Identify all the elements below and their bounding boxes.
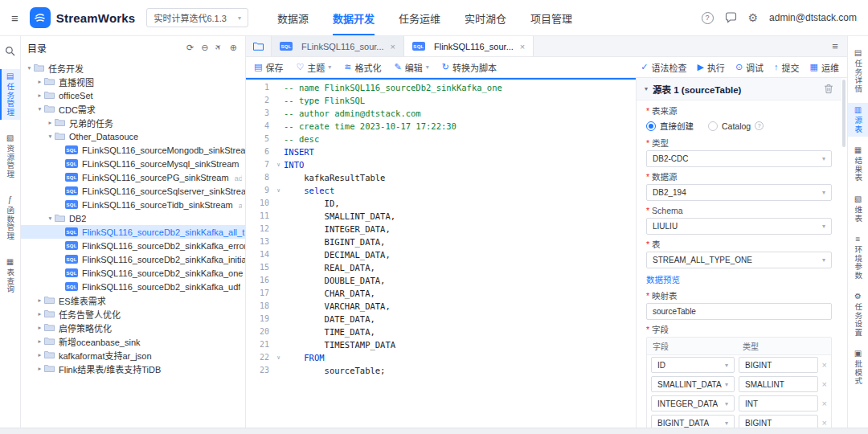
select-表[interactable]: STREAM_ALL_TYPE_ONE▾ bbox=[646, 252, 832, 268]
gutter-space bbox=[273, 274, 284, 287]
tree-task-FLinkSQL116_sourceSqlserver_sinkStream[interactable]: SQLFLinkSQL116_sourceSqlserver_sinkStrea… bbox=[21, 184, 245, 198]
right-strip-维表[interactable]: ▧维表 bbox=[848, 192, 868, 226]
close-tab-icon[interactable]: × bbox=[391, 42, 395, 51]
toolbar-check-button[interactable]: ✓语法检查 bbox=[641, 61, 686, 74]
tree-folder-任务告警人优化[interactable]: ▸任务告警人优化 bbox=[21, 307, 245, 321]
tree-folder-officeSet[interactable]: ▸officeSet bbox=[21, 88, 245, 102]
tree-folder-启停策略优化[interactable]: ▸启停策略优化 bbox=[21, 321, 245, 334]
tree-task-FlinkSQL116_sourceDb2_sinkKafka_udf[interactable]: SQLFlinkSQL116_sourceDb2_sinkKafka_udfad… bbox=[21, 280, 245, 293]
right-strip-结果表[interactable]: ▦结果表 bbox=[848, 143, 868, 186]
tree-task-FLinkSQL116_sourcePG_sinkStream[interactable]: SQLFLinkSQL116_sourcePG_sinkStreamadmin@… bbox=[21, 170, 245, 184]
tree-task-FLinkSQL116_sourceMysql_sinkStream[interactable]: SQLFLinkSQL116_sourceMysql_sinkStreamadm… bbox=[21, 157, 245, 170]
right-strip-环境参数[interactable]: ≡环境参数 bbox=[848, 232, 868, 283]
radio-Catalog[interactable]: Catalog? bbox=[708, 121, 764, 131]
right-strip-批模式[interactable]: ▣批模式 bbox=[848, 346, 868, 389]
tree-folder-CDC需求[interactable]: ▾CDC需求 bbox=[21, 102, 245, 116]
toolbar-theme-button[interactable]: ♡主题▾ bbox=[296, 61, 331, 74]
tree-folder-DB2[interactable]: ▾DB2 bbox=[21, 211, 245, 225]
toolbar-debug-button[interactable]: ⊙调试 bbox=[735, 61, 764, 74]
refresh-icon[interactable]: ⟳ bbox=[186, 43, 194, 52]
nav-数据源[interactable]: 数据源 bbox=[277, 0, 309, 35]
radio-直接创建[interactable]: 直接创建 bbox=[646, 120, 694, 132]
editor-tab[interactable]: SQLFlinkSQL116_sour...× bbox=[404, 36, 534, 56]
left-strip-资源管理[interactable]: ▧资源管理 bbox=[0, 131, 20, 182]
locate-icon[interactable]: ✈ bbox=[214, 42, 224, 53]
tree-folder-新增oceanbase_sink[interactable]: ▸新增oceanbase_sink bbox=[21, 334, 245, 348]
select-Schema[interactable]: LIULIU▾ bbox=[646, 218, 832, 235]
right-strip-任务详情[interactable]: ▤任务详情 bbox=[848, 46, 868, 96]
nav-数据开发[interactable]: 数据开发 bbox=[333, 0, 375, 35]
fold-icon[interactable]: ∨ bbox=[273, 351, 284, 364]
field-name-select[interactable]: BIGINT_DATA▾ bbox=[651, 415, 735, 428]
tree-folder-兄弟的任务[interactable]: ▸兄弟的任务 bbox=[21, 116, 245, 129]
config-scrollbar[interactable] bbox=[841, 78, 847, 428]
tree-task-FLinkSQL116_sourceTidb_sinkStream[interactable]: SQLFLinkSQL116_sourceTidb_sinkStreamadmi… bbox=[21, 198, 245, 211]
tree-task-FlinkSQL116_sourceDb2_sinkKafka_error[interactable]: SQLFlinkSQL116_sourceDb2_sinkKafka_error… bbox=[21, 239, 245, 252]
field-name-select[interactable]: SMALLINT_DATA▾ bbox=[651, 376, 735, 392]
remove-field-icon[interactable]: × bbox=[822, 360, 827, 370]
tab-list-icon[interactable]: ≡ bbox=[823, 36, 847, 56]
tree-folder-Flink结果表/维表支持TiDB[interactable]: ▸Flink结果表/维表支持TiDB bbox=[21, 362, 245, 375]
close-tab-icon[interactable]: × bbox=[520, 42, 525, 51]
field-type-input[interactable]: BIGINT bbox=[739, 357, 818, 373]
hamburger-menu-icon[interactable]: ≡ bbox=[11, 11, 18, 25]
code-text: kafkaResultTable bbox=[284, 171, 385, 184]
collapse-all-icon[interactable]: ⊖ bbox=[201, 43, 208, 52]
nav-项目管理[interactable]: 项目管理 bbox=[530, 0, 572, 35]
tree-folder-Other_Datasouce[interactable]: ▾Other_Datasouce bbox=[21, 129, 245, 143]
right-strip-源表[interactable]: ▥源表 bbox=[848, 103, 868, 137]
select-类型[interactable]: DB2-CDC▾ bbox=[646, 150, 832, 167]
toolbar-save-button[interactable]: ▤保存 bbox=[254, 61, 283, 74]
tree-task-FlinkSQL116_sourceDb2_sinkKafka_initial[interactable]: SQLFlinkSQL116_sourceDb2_sinkKafka_initi… bbox=[21, 252, 245, 266]
select-value: SMALLINT_DATA bbox=[657, 380, 722, 389]
catalog-toggle-icon[interactable] bbox=[246, 36, 272, 56]
nav-任务运维[interactable]: 任务运维 bbox=[399, 0, 440, 35]
field-type-input[interactable]: SMALLINT bbox=[739, 376, 818, 392]
left-strip-函数管理[interactable]: ƒ函数管理 bbox=[0, 193, 20, 244]
field-type-input[interactable]: BIGINT bbox=[739, 415, 818, 428]
folder-icon bbox=[44, 337, 55, 346]
toolbar-run-button[interactable]: ▶执行 bbox=[697, 61, 724, 74]
toolbar-ops-button[interactable]: ▦运维 bbox=[810, 61, 839, 74]
toolbar-script-button[interactable]: ↻转换为脚本 bbox=[442, 61, 497, 74]
add-icon[interactable]: ⊕ bbox=[230, 43, 237, 52]
editor-tab[interactable]: SQLFLinkSQL116_sour...× bbox=[272, 36, 404, 56]
help-icon[interactable]: ? bbox=[702, 12, 714, 24]
settings-gear-icon[interactable]: ⚙ bbox=[748, 12, 759, 23]
tree-task-FlinkSQL116_sourceDb2_sinkKafka_one[interactable]: SQLFlinkSQL116_sourceDb2_sinkKafka_onead… bbox=[21, 266, 245, 280]
tree-task-FlinkSQL116_sourceDb2_sinkKafka_all_type[interactable]: SQLFlinkSQL116_sourceDb2_sinkKafka_all_t… bbox=[21, 225, 245, 239]
left-strip-表查询[interactable]: ▦表查询 bbox=[0, 255, 20, 297]
mapping-table-input[interactable]: sourceTable bbox=[646, 303, 832, 320]
right-strip-任务设置[interactable]: ⚙任务设置 bbox=[848, 289, 868, 340]
field-name-select[interactable]: INTEGER_DATA▾ bbox=[651, 395, 735, 411]
task-tree: ▾任务开发▸直播视图▸officeSet▾CDC需求▸兄弟的任务▾Other_D… bbox=[21, 59, 245, 428]
left-strip-search[interactable] bbox=[0, 44, 20, 58]
field-type-input[interactable]: INT bbox=[739, 395, 818, 411]
required-asterisk: * bbox=[646, 172, 649, 182]
project-version-select[interactable]: 实时计算迭代6.1.3 ▾ bbox=[146, 8, 248, 27]
message-icon[interactable] bbox=[725, 12, 737, 23]
select-数据源[interactable]: DB2_194▾ bbox=[646, 184, 832, 201]
nav-实时湖仓[interactable]: 实时湖仓 bbox=[465, 0, 506, 35]
tree-folder-ES维表需求[interactable]: ▸ES维表需求 bbox=[21, 293, 245, 307]
remove-field-icon[interactable]: × bbox=[822, 379, 827, 389]
fold-icon[interactable]: ∨ bbox=[273, 158, 284, 171]
field-name-select[interactable]: ID▾ bbox=[651, 357, 735, 373]
delete-source-table-icon[interactable] bbox=[824, 84, 833, 94]
toolbar-format-button[interactable]: ≋格式化 bbox=[344, 61, 381, 74]
tree-task-FLinkSQL116_sourceMongodb_sinkStream[interactable]: SQLFLinkSQL116_sourceMongodb_sinkStreama… bbox=[21, 143, 245, 157]
sql-code-editor[interactable]: 1-- name FlinkSQL116_sourceDb2_sinkKafka… bbox=[246, 78, 636, 428]
remove-field-icon[interactable]: × bbox=[822, 418, 827, 428]
collapse-caret-icon[interactable]: ▾ bbox=[645, 85, 648, 92]
fold-icon[interactable]: ∨ bbox=[273, 184, 284, 197]
remove-field-icon[interactable]: × bbox=[822, 399, 827, 408]
toolbar-edit-button[interactable]: ✎编辑▾ bbox=[395, 61, 429, 74]
scrollbar-thumb[interactable] bbox=[842, 80, 845, 147]
tree-folder-直播视图[interactable]: ▸直播视图 bbox=[21, 75, 245, 88]
user-account[interactable]: admin@dtstack.com bbox=[769, 12, 857, 23]
tree-folder-任务开发[interactable]: ▾任务开发 bbox=[21, 61, 245, 75]
data-preview-link[interactable]: 数据预览 bbox=[646, 273, 832, 285]
toolbar-submit-button[interactable]: ↑提交 bbox=[774, 61, 800, 74]
left-strip-任务管理[interactable]: ▤任务管理 bbox=[0, 69, 20, 120]
tree-folder-kafkaformat支持ar_json[interactable]: ▸kafkaformat支持ar_json bbox=[21, 348, 245, 362]
